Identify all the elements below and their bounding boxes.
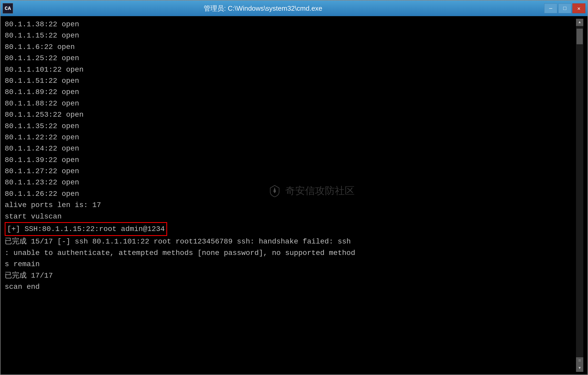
terminal-line: 80.1.1.39:22 open <box>5 154 576 166</box>
terminal-line: scan end <box>5 281 576 292</box>
scrollbar: ▲ ≡ ▼ <box>576 19 583 372</box>
terminal-line: 80.1.1.88:22 open <box>5 98 576 109</box>
window: CA 管理员: C:\Windows\system32\cmd.exe — □ … <box>0 0 588 375</box>
terminal-line: 已完成 15/17 [-] ssh 80.1.1.101:22 root roo… <box>5 236 576 247</box>
terminal-line: 80.1.1.27:22 open <box>5 166 576 177</box>
terminal-body: 奇安信攻防社区 80.1.1.38:22 open 80.1.1.15:22 o… <box>1 16 587 374</box>
terminal-line: start vulscan <box>5 211 576 222</box>
terminal-content: 奇安信攻防社区 80.1.1.38:22 open 80.1.1.15:22 o… <box>5 19 576 372</box>
terminal-line: 80.1.1.6:22 open <box>5 41 576 53</box>
terminal-line: 80.1.1.26:22 open <box>5 188 576 199</box>
scroll-up-button[interactable]: ▲ <box>576 19 583 26</box>
highlighted-ssh-line: [+] SSH:80.1.1.15:22:root admin@1234 <box>5 222 576 236</box>
minimize-button[interactable]: — <box>544 3 557 13</box>
terminal-line: 80.1.1.51:22 open <box>5 75 576 86</box>
terminal-line: 80.1.1.89:22 open <box>5 86 576 98</box>
terminal-line: 已完成 17/17 <box>5 270 576 281</box>
terminal-line: 80.1.1.35:22 open <box>5 121 576 132</box>
terminal-line: alive ports len is: 17 <box>5 199 576 211</box>
titlebar: CA 管理员: C:\Windows\system32\cmd.exe — □ … <box>1 1 587 16</box>
maximize-button[interactable]: □ <box>558 3 571 13</box>
titlebar-left: CA <box>3 3 13 14</box>
terminal-line: 80.1.1.24:22 open <box>5 143 576 154</box>
terminal-line: 80.1.1.15:22 open <box>5 30 576 41</box>
scrollbar-track[interactable] <box>576 26 583 357</box>
terminal-line: 80.1.1.25:22 open <box>5 53 576 64</box>
window-title: 管理员: C:\Windows\system32\cmd.exe <box>13 4 513 13</box>
terminal-line: 80.1.1.38:22 open <box>5 19 576 30</box>
terminal-line: : unable to authenticate, attempted meth… <box>5 247 576 259</box>
terminal-line: s remain <box>5 259 576 270</box>
ssh-success-text: [+] SSH:80.1.1.15:22:root admin@1234 <box>5 222 167 236</box>
scroll-down-button[interactable]: ▼ <box>576 365 583 372</box>
scrollbar-thumb[interactable] <box>577 29 583 44</box>
scroll-grip-button[interactable]: ≡ <box>576 357 583 365</box>
cmd-icon: CA <box>3 3 13 14</box>
terminal-line: 80.1.1.22:22 open <box>5 132 576 143</box>
terminal-line: 80.1.1.101:22 open <box>5 64 576 75</box>
terminal-line: 80.1.1.253:22 open <box>5 109 576 120</box>
close-button[interactable]: ✕ <box>572 3 585 13</box>
terminal-line: 80.1.1.23:22 open <box>5 177 576 188</box>
cmd-icon-text: CA <box>5 5 11 11</box>
titlebar-buttons: — □ ✕ <box>544 3 585 13</box>
